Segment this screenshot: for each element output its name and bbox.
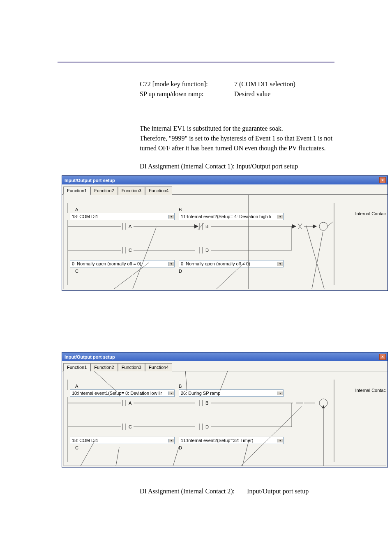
label-b: B bbox=[179, 384, 182, 389]
svg-line-32 bbox=[129, 228, 156, 289]
svg-line-36 bbox=[306, 226, 327, 289]
svg-line-15 bbox=[298, 223, 302, 229]
dialog-title: Input/Output port setup bbox=[65, 355, 115, 359]
param-row-1: C72 [mode key function]: 7 (COM DI1 sele… bbox=[140, 79, 347, 89]
svg-text:C: C bbox=[129, 424, 132, 429]
horizontal-rule bbox=[58, 62, 334, 63]
svg-text:B: B bbox=[205, 401, 208, 405]
tab-function3[interactable]: Function3 bbox=[118, 363, 145, 371]
dialog-2-wrap: Input/Output port setup × Function1 Func… bbox=[62, 352, 334, 467]
function1-panel: A B C D 18: COM DI1 ▾ 11:Internal event2… bbox=[63, 195, 386, 289]
close-icon: × bbox=[381, 178, 384, 182]
svg-marker-52 bbox=[322, 405, 325, 408]
chevron-down-icon: ▾ bbox=[277, 391, 283, 395]
tab-function4[interactable]: Function4 bbox=[145, 187, 172, 195]
select-c-value: 0: Normally open (normally off = 0) bbox=[70, 261, 168, 266]
close-button[interactable]: × bbox=[379, 354, 386, 360]
dialog-title: Input/Output port setup bbox=[65, 178, 115, 183]
svg-text:D: D bbox=[205, 424, 209, 429]
caption-2: DI Assignment (Internal Contact 2): Inpu… bbox=[140, 488, 392, 495]
internal-contact-label: Internal Contac bbox=[355, 211, 386, 216]
select-a[interactable]: 18: COM DI1 ▾ bbox=[70, 213, 175, 220]
tab-row: Function1 Function2 Function3 Function4 bbox=[62, 361, 387, 371]
select-c-value: 18: COM DI1 bbox=[70, 438, 168, 443]
chevron-down-icon: ▾ bbox=[168, 262, 174, 266]
select-c[interactable]: 0: Normally open (normally off = 0) ▾ bbox=[70, 260, 175, 267]
svg-line-35 bbox=[310, 232, 323, 289]
svg-line-67 bbox=[76, 441, 95, 466]
io-port-setup-dialog-2: Input/Output port setup × Function1 Func… bbox=[62, 352, 388, 467]
select-c[interactable]: 18: COM DI1 ▾ bbox=[70, 437, 175, 444]
svg-text:B: B bbox=[205, 224, 208, 229]
label-b: B bbox=[179, 207, 182, 212]
select-a[interactable]: 10:Internal event1(Setup= 8: Deviation l… bbox=[70, 389, 175, 397]
dialog-1-wrap: Input/Output port setup × Function1 Func… bbox=[62, 175, 334, 290]
svg-point-50 bbox=[319, 399, 327, 407]
svg-marker-17 bbox=[313, 224, 317, 228]
tab-function4[interactable]: Function4 bbox=[145, 363, 172, 371]
caption-2b: Input/Output port setup bbox=[247, 488, 309, 495]
svg-text:A: A bbox=[129, 401, 132, 405]
select-d[interactable]: 0: Normally open (normally off = 0) ▾ bbox=[179, 260, 284, 267]
svg-line-20 bbox=[327, 222, 333, 226]
label-d: D bbox=[179, 445, 182, 450]
svg-line-10 bbox=[198, 223, 204, 230]
select-d-value: 0: Normally open (normally off = 0) bbox=[179, 261, 277, 266]
ladder-diagram-1: A B bbox=[64, 195, 351, 289]
svg-line-64 bbox=[72, 371, 117, 392]
svg-line-69 bbox=[171, 447, 179, 466]
tab-function1[interactable]: Function1 bbox=[63, 187, 90, 195]
svg-line-66 bbox=[220, 371, 240, 391]
close-button[interactable]: × bbox=[379, 177, 386, 183]
tab-function2[interactable]: Function2 bbox=[90, 187, 118, 195]
dialog-titlebar[interactable]: Input/Output port setup × bbox=[62, 352, 387, 361]
tab-function1[interactable]: Function1 bbox=[63, 363, 90, 371]
label-c: C bbox=[75, 445, 78, 450]
svg-marker-13 bbox=[292, 224, 296, 228]
body-text-block: C72 [mode key function]: 7 (COM DI1 sele… bbox=[140, 79, 347, 171]
ladder-diagram-2: A B C bbox=[64, 371, 351, 466]
select-b-value: 26: During SP ramp bbox=[179, 391, 277, 396]
chevron-down-icon: ▾ bbox=[168, 391, 174, 395]
label-d: D bbox=[179, 269, 182, 274]
caption-2a: DI Assignment (Internal Contact 2): bbox=[140, 488, 235, 495]
paragraph-2: Therefore, "9999" is set to the hysteres… bbox=[140, 134, 347, 153]
page: C72 [mode key function]: 7 (COM DI1 sele… bbox=[0, 0, 392, 495]
dialog-titlebar[interactable]: Input/Output port setup × bbox=[62, 176, 387, 184]
chevron-down-icon: ▾ bbox=[168, 439, 174, 442]
param-key: SP up ramp/down ramp: bbox=[140, 89, 234, 99]
label-a: A bbox=[75, 384, 78, 389]
select-b[interactable]: 26: During SP ramp ▾ bbox=[179, 389, 284, 397]
svg-line-65 bbox=[183, 371, 187, 391]
svg-line-70 bbox=[240, 441, 249, 466]
subheading-1: DI Assignment (Internal Contact 1): Inpu… bbox=[140, 161, 347, 171]
chevron-down-icon: ▾ bbox=[277, 215, 283, 219]
svg-text:D: D bbox=[205, 248, 209, 253]
param-row-2: SP up ramp/down ramp: Desired value bbox=[140, 89, 347, 99]
tab-function2[interactable]: Function2 bbox=[90, 363, 118, 371]
chevron-down-icon: ▾ bbox=[168, 215, 174, 219]
svg-text:A: A bbox=[129, 224, 132, 229]
chevron-down-icon: ▾ bbox=[277, 439, 283, 442]
tab-function3[interactable]: Function3 bbox=[118, 187, 145, 195]
close-icon: × bbox=[381, 355, 384, 359]
function1-panel: A B C D 10:Internal event1(Setup= 8: Dev… bbox=[63, 371, 386, 466]
internal-contact-label: Internal Contac bbox=[355, 388, 386, 393]
select-d-value: 11:Internal event2(Setup=32: Timer) bbox=[179, 438, 277, 443]
svg-line-71 bbox=[224, 406, 302, 466]
paragraph-1: The internal EV1 is substituted for the … bbox=[140, 124, 347, 134]
param-value: Desired value bbox=[234, 89, 347, 99]
label-a: A bbox=[75, 207, 78, 212]
select-d[interactable]: 11:Internal event2(Setup=32: Timer) ▾ bbox=[179, 437, 284, 444]
label-c: C bbox=[75, 269, 78, 274]
select-b[interactable]: 11:Internal event2(Setup= 4: Deviation h… bbox=[179, 213, 284, 220]
select-a-value: 18: COM DI1 bbox=[70, 214, 168, 219]
io-port-setup-dialog-1: Input/Output port setup × Function1 Func… bbox=[62, 175, 388, 291]
param-key: C72 [mode key function]: bbox=[140, 79, 234, 89]
svg-point-18 bbox=[319, 222, 327, 230]
svg-line-68 bbox=[113, 447, 119, 466]
select-b-value: 11:Internal event2(Setup= 4: Deviation h… bbox=[179, 214, 277, 219]
svg-line-14 bbox=[298, 223, 302, 229]
param-value: 7 (COM DI1 selection) bbox=[234, 79, 347, 89]
tab-row: Function1 Function2 Function3 Function4 bbox=[62, 184, 387, 195]
